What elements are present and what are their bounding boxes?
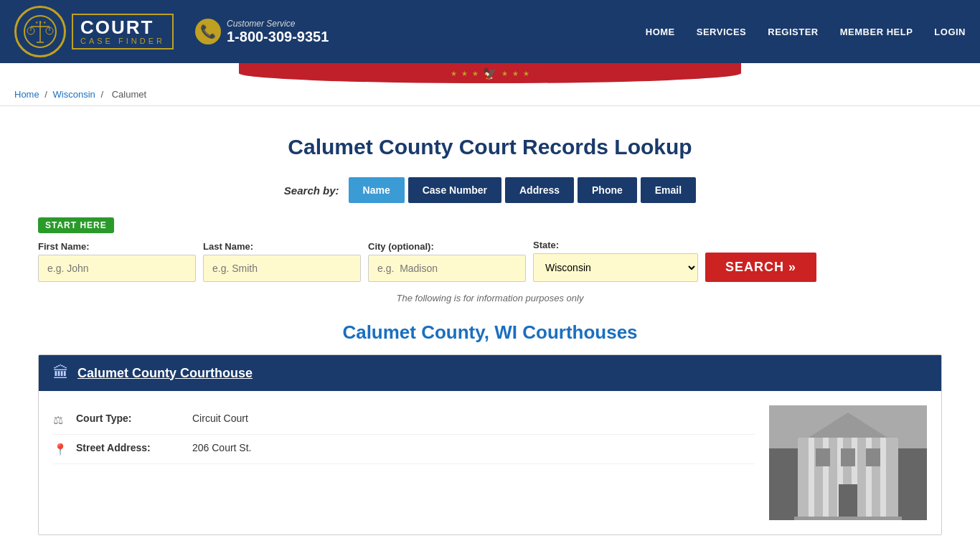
customer-service-label: Customer Service bbox=[227, 19, 329, 29]
nav-home[interactable]: HOME bbox=[646, 27, 675, 37]
city-group: City (optional): bbox=[368, 241, 526, 282]
phone-icon: 📞 bbox=[195, 19, 221, 44]
breadcrumb: Home / Wisconsin / Calumet bbox=[0, 83, 980, 106]
city-label: City (optional): bbox=[368, 241, 526, 252]
courthouse-image bbox=[769, 405, 927, 520]
logo-case-finder-text: CASE FINDER bbox=[80, 37, 165, 45]
svg-rect-25 bbox=[794, 517, 902, 520]
main-content: Calumet County Court Records Lookup Sear… bbox=[24, 106, 956, 550]
site-header: ★ ★ ★ COURT CASE FINDER 📞 Customer Servi… bbox=[0, 0, 980, 63]
address-row: 📍 Street Address: 206 Court St. bbox=[53, 435, 755, 464]
phone-number: 1-800-309-9351 bbox=[227, 29, 329, 45]
state-label: State: bbox=[533, 240, 698, 250]
nav-services[interactable]: SERVICES bbox=[697, 27, 747, 37]
start-here-badge: START HERE bbox=[38, 217, 942, 239]
courthouse-header: 🏛 Calumet County Courthouse bbox=[39, 355, 941, 391]
tab-case-number[interactable]: Case Number bbox=[408, 177, 501, 203]
svg-text:★ ★ ★: ★ ★ ★ bbox=[35, 20, 47, 24]
svg-rect-15 bbox=[809, 438, 814, 520]
court-type-label: Court Type: bbox=[76, 413, 184, 424]
svg-rect-23 bbox=[866, 448, 880, 466]
breadcrumb-home[interactable]: Home bbox=[14, 89, 39, 100]
courthouse-details: ⚖ Court Type: Circuit Court 📍 Street Add… bbox=[53, 405, 755, 520]
tab-email[interactable]: Email bbox=[641, 177, 696, 203]
svg-rect-20 bbox=[880, 438, 886, 520]
search-by-label: Search by: bbox=[284, 184, 339, 197]
address-value: 206 Court St. bbox=[192, 442, 252, 453]
nav-login[interactable]: LOGIN bbox=[934, 27, 966, 37]
start-here-text: START HERE bbox=[38, 217, 114, 233]
nav-member-help[interactable]: MEMBER HELP bbox=[840, 27, 913, 37]
svg-rect-22 bbox=[841, 448, 855, 466]
search-btn-spacer bbox=[705, 239, 816, 250]
courthouse-icon: 🏛 bbox=[53, 364, 69, 382]
first-name-input[interactable] bbox=[38, 255, 196, 282]
page-title: Calumet County Court Records Lookup bbox=[38, 135, 942, 159]
location-icon: 📍 bbox=[53, 443, 67, 456]
breadcrumb-county: Calumet bbox=[112, 89, 146, 100]
court-type-row: ⚖ Court Type: Circuit Court bbox=[53, 405, 755, 435]
svg-rect-11 bbox=[769, 448, 798, 520]
logo-area: ★ ★ ★ COURT CASE FINDER bbox=[14, 6, 174, 57]
breadcrumb-sep1: / bbox=[44, 89, 47, 100]
breadcrumb-sep2: / bbox=[100, 89, 103, 100]
nav-register[interactable]: REGISTER bbox=[768, 27, 818, 37]
search-button[interactable]: SEARCH » bbox=[705, 253, 816, 282]
gavel-icon: ⚖ bbox=[53, 413, 67, 427]
tab-address[interactable]: Address bbox=[505, 177, 574, 203]
breadcrumb-state[interactable]: Wisconsin bbox=[53, 89, 95, 100]
first-name-label: First Name: bbox=[38, 241, 196, 252]
last-name-group: Last Name: bbox=[203, 241, 361, 282]
customer-service-area: 📞 Customer Service 1-800-309-9351 bbox=[195, 19, 329, 45]
last-name-label: Last Name: bbox=[203, 241, 361, 252]
svg-rect-24 bbox=[839, 484, 857, 520]
state-select[interactable]: Wisconsin Alabama Alaska Arizona Califor… bbox=[533, 253, 698, 282]
logo-court-text: COURT bbox=[80, 18, 165, 37]
courthouses-title: Calumet County, WI Courthouses bbox=[38, 321, 942, 344]
tab-name[interactable]: Name bbox=[349, 177, 405, 203]
courthouse-card: 🏛 Calumet County Courthouse ⚖ Court Type… bbox=[38, 354, 942, 535]
courthouse-name-link[interactable]: Calumet County Courthouse bbox=[77, 366, 253, 381]
tab-phone[interactable]: Phone bbox=[578, 177, 637, 203]
logo-text: COURT CASE FINDER bbox=[72, 14, 174, 50]
search-tabs-row: Search by: Name Case Number Address Phon… bbox=[38, 177, 942, 203]
city-input[interactable] bbox=[368, 255, 526, 282]
main-nav: HOME SERVICES REGISTER MEMBER HELP LOGIN bbox=[646, 27, 966, 37]
svg-rect-12 bbox=[898, 448, 927, 520]
search-form: First Name: Last Name: City (optional): … bbox=[38, 239, 942, 282]
courthouse-body: ⚖ Court Type: Circuit Court 📍 Street Add… bbox=[39, 391, 941, 534]
first-name-group: First Name: bbox=[38, 241, 196, 282]
state-group: State: Wisconsin Alabama Alaska Arizona … bbox=[533, 240, 698, 282]
search-btn-group: SEARCH » bbox=[705, 239, 816, 282]
logo-icon: ★ ★ ★ bbox=[14, 6, 66, 57]
eagle-ribbon: ★ ★ ★ 🦅 ★ ★ ★ bbox=[0, 63, 980, 83]
svg-rect-21 bbox=[816, 448, 830, 466]
last-name-input[interactable] bbox=[203, 255, 361, 282]
address-label: Street Address: bbox=[76, 442, 184, 453]
info-text: The following is for information purpose… bbox=[38, 293, 942, 303]
court-type-value: Circuit Court bbox=[192, 413, 248, 424]
